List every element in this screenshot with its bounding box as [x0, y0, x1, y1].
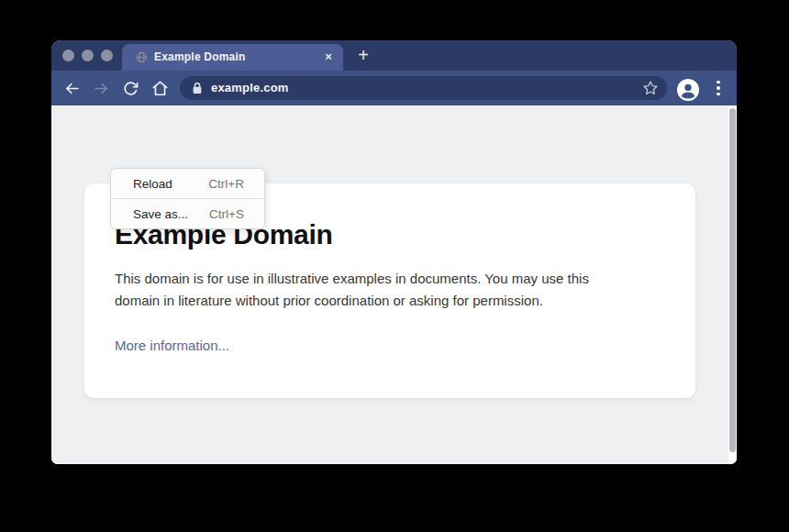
screenshot-root: { "window": { "controls": { "close": "wi…	[0, 0, 789, 532]
new-tab-button[interactable]: +	[352, 45, 374, 67]
reload-button[interactable]	[117, 74, 144, 102]
back-arrow-icon	[63, 80, 81, 97]
profile-avatar-icon[interactable]	[677, 79, 699, 101]
tab-example-domain[interactable]: Example Domain ×	[122, 44, 343, 71]
globe-favicon-icon	[136, 51, 148, 63]
tab-strip: Example Domain × +	[51, 40, 737, 71]
scrollbar-thumb[interactable]	[729, 108, 736, 452]
tab-close-icon[interactable]: ×	[320, 49, 337, 65]
tab-title: Example Domain	[154, 44, 246, 71]
forward-button[interactable]	[87, 74, 115, 102]
paragraph-line-2: domain in literature without prior coord…	[115, 293, 543, 308]
context-menu: Reload Ctrl+R Save as... Ctrl+S	[110, 168, 265, 229]
browser-menu-button[interactable]	[711, 77, 726, 99]
back-button[interactable]	[58, 74, 85, 102]
home-icon	[151, 80, 169, 97]
paragraph-line-1: This domain is for use in illustrative e…	[115, 271, 589, 286]
more-information-link[interactable]: More information...	[115, 335, 229, 357]
page-paragraph: This domain is for use in illustrative e…	[115, 268, 665, 312]
bookmark-star-icon[interactable]	[642, 80, 659, 96]
home-button[interactable]	[146, 74, 173, 102]
reload-icon	[123, 81, 139, 96]
menu-item-label: Reload	[133, 177, 172, 191]
browser-toolbar: example.com	[51, 71, 737, 105]
window-zoom-button[interactable]	[101, 50, 113, 61]
menu-item-label: Save as...	[133, 207, 188, 221]
forward-arrow-icon	[93, 80, 110, 97]
menu-item-shortcut: Ctrl+R	[208, 177, 244, 191]
context-menu-item-reload[interactable]: Reload Ctrl+R	[111, 169, 264, 198]
address-bar[interactable]: example.com	[180, 76, 667, 100]
window-minimize-button[interactable]	[82, 50, 94, 61]
padlock-icon[interactable]	[192, 82, 203, 94]
browser-window: Example Domain × +	[51, 40, 737, 464]
menu-item-shortcut: Ctrl+S	[209, 207, 244, 221]
context-menu-item-save-as[interactable]: Save as... Ctrl+S	[111, 199, 264, 228]
page-viewport: Example Domain This domain is for use in…	[51, 105, 737, 464]
window-close-button[interactable]	[62, 50, 74, 61]
url-text[interactable]: example.com	[211, 76, 289, 100]
